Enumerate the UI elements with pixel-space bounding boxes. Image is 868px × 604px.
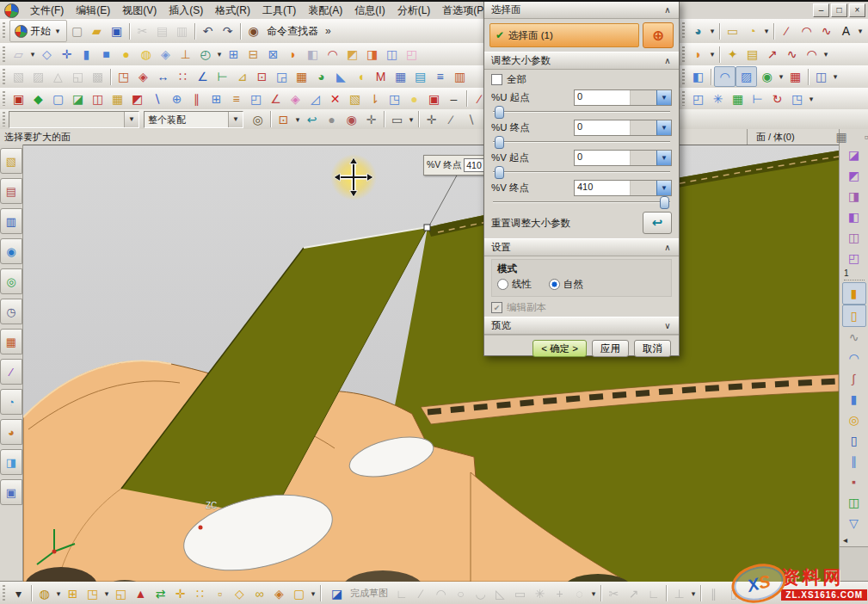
level-check-icon[interactable]: ⊢	[212, 67, 232, 86]
apply-button[interactable]: 应用	[592, 340, 629, 357]
chevron-down-icon[interactable]: ▼	[228, 112, 243, 127]
finish-sketch-icon[interactable]: ◪	[327, 584, 347, 603]
menu-item[interactable]: 分析(L)	[391, 2, 437, 20]
chevron-down-icon[interactable]: ▼	[124, 112, 139, 127]
paste-face-icon[interactable]: ▩	[88, 67, 108, 86]
dropdown-caret-icon[interactable]: ▾	[856, 22, 865, 40]
measure-box-icon[interactable]: ◳	[114, 67, 133, 86]
toolbar-overflow-icon[interactable]: »	[325, 25, 331, 37]
point-list-icon[interactable]: ∷	[173, 67, 193, 86]
slider-thumb[interactable]	[495, 166, 504, 179]
all-checkbox[interactable]: 全部	[491, 72, 672, 87]
measure-diamond-icon[interactable]: ◈	[133, 67, 153, 86]
menu-item[interactable]: 文件(F)	[24, 2, 70, 20]
dropdown-caret-icon[interactable]: ▾	[28, 45, 37, 64]
drag-value-label[interactable]: %V 终点 410	[423, 155, 491, 176]
mirror-assembly-icon[interactable]: ▲	[131, 584, 151, 603]
param-slider[interactable]	[493, 196, 670, 207]
toolbar-grip[interactable]	[3, 22, 5, 40]
restore-icon[interactable]: □	[831, 3, 847, 17]
ruled-surface-icon[interactable]: ◧	[303, 45, 323, 64]
face-blend-icon[interactable]: ◠	[714, 66, 736, 87]
red-frame-icon[interactable]: ▣	[424, 89, 444, 108]
profile-icon[interactable]: ∟	[391, 584, 411, 603]
grid-a-icon[interactable]: ▤	[410, 67, 430, 86]
visual-wand-icon[interactable]: ∕	[0, 359, 22, 385]
datum-csys-icon[interactable]: ✛	[57, 45, 77, 64]
backgrounds-icon[interactable]: ◨	[0, 449, 22, 475]
snap-midpoint-icon[interactable]: ∖	[461, 110, 481, 129]
dropdown-caret-icon[interactable]: ▾	[53, 22, 62, 40]
scene-tool-icon[interactable]: ◔	[0, 389, 22, 415]
sprue-bushing-icon[interactable]: ▯	[843, 430, 865, 451]
bend-table-icon[interactable]: ◧	[688, 67, 708, 86]
grid-pattern-icon[interactable]: ▦	[728, 89, 748, 108]
move-component-icon[interactable]: ◱	[111, 584, 131, 603]
angle-mark-icon[interactable]: ∠	[266, 89, 286, 108]
rectangle-select-icon[interactable]: ▭	[387, 110, 407, 129]
graphics-viewport[interactable]: ZC %V 终点 410	[23, 145, 839, 582]
layer-stack-icon[interactable]: ≡	[226, 89, 246, 108]
pocket-tool-icon[interactable]: ▽	[843, 513, 865, 533]
param-input[interactable]: 0▼	[574, 89, 672, 106]
menu-item[interactable]: 信息(I)	[348, 2, 391, 20]
intersect-icon[interactable]: ⊠	[263, 45, 283, 64]
bookmark-icon[interactable]: ◫	[88, 89, 108, 108]
mold-base-icon[interactable]: ◫	[843, 492, 865, 513]
broom-clean-icon[interactable]: ⇂	[365, 89, 385, 108]
gear-circle-icon[interactable]: ✳	[708, 89, 728, 108]
dash-item-icon[interactable]: ‒	[444, 89, 464, 108]
arrangements-icon[interactable]: ▢	[289, 584, 309, 603]
mirror-face-icon[interactable]: ▨	[28, 67, 48, 86]
internet-info-icon[interactable]: ◉	[0, 238, 22, 264]
small-ball-icon[interactable]: ●	[404, 89, 424, 108]
screw-tool-icon[interactable]: ▮	[842, 282, 866, 305]
polygon-icon[interactable]: ✳	[530, 584, 550, 603]
dropdown-caret-icon[interactable]: ▾	[689, 584, 698, 603]
palette-icon[interactable]: ▦	[108, 89, 127, 108]
param-slider[interactable]	[493, 166, 670, 177]
expand-icon[interactable]: ∨	[661, 321, 674, 330]
vector-angle-icon[interactable]: ∠	[193, 67, 212, 86]
measure-distance-icon[interactable]: ↔	[153, 67, 173, 86]
menu-item[interactable]: 格式(R)	[209, 2, 256, 20]
undo-icon[interactable]: ↶	[198, 22, 218, 40]
section-preview[interactable]: 预览 ∨	[484, 317, 679, 335]
new-file-icon[interactable]: ▢	[67, 22, 87, 40]
parting-curve-icon[interactable]: ◠	[843, 348, 865, 368]
corner-arrow-icon[interactable]: ◿	[305, 89, 325, 108]
section-select-face[interactable]: 选择面 ∧	[484, 1, 679, 19]
param-value[interactable]: 0	[575, 120, 630, 135]
block-icon[interactable]: ■	[96, 45, 116, 64]
pin-marker-icon[interactable]: ◉	[342, 110, 361, 129]
deviation-gauge-icon[interactable]: ◲	[272, 67, 292, 86]
interpart-link-icon[interactable]: ∞	[249, 584, 269, 603]
cut-icon[interactable]: ✂	[132, 22, 152, 40]
sketch-icon[interactable]: ▱	[9, 45, 28, 64]
pattern-box-icon[interactable]: ◰	[688, 89, 708, 108]
find-component-icon[interactable]: ◍	[34, 584, 54, 603]
slider-thumb[interactable]	[495, 136, 504, 149]
param-value[interactable]: 0	[575, 151, 630, 165]
offset-curve-icon[interactable]: ◌	[569, 584, 589, 603]
type-filter-select[interactable]: ▼	[9, 111, 139, 128]
rotate-red-icon[interactable]: ↻	[767, 89, 787, 108]
boss-icon[interactable]: ◍	[136, 45, 156, 64]
param-slider[interactable]	[493, 136, 670, 147]
point-icon[interactable]: +	[550, 584, 569, 603]
assembly-navigator-icon[interactable]: ▧	[0, 148, 22, 174]
pink-fan-icon[interactable]: ◈	[286, 89, 305, 108]
select-target-icon[interactable]: ⊡	[274, 110, 293, 129]
mode-radio-linear[interactable]: 线性	[497, 278, 532, 291]
dropdown-caret-icon[interactable]: ▾	[822, 45, 830, 64]
revolve-icon[interactable]: ◴	[195, 45, 215, 64]
arc-icon[interactable]: ◠	[797, 22, 816, 40]
parallel-lines-icon[interactable]: ∥	[187, 89, 206, 108]
triangle-face-icon[interactable]: △	[48, 67, 68, 86]
red-mesh-icon[interactable]: ▦	[785, 67, 805, 86]
scope-select[interactable]: 整个装配 ▼	[144, 111, 243, 128]
slope-analysis-icon[interactable]: ◣	[331, 67, 351, 86]
web-browser-icon[interactable]: ◎	[0, 268, 22, 294]
slide-tool-icon[interactable]: ∿	[843, 327, 865, 348]
pattern-component-icon[interactable]: ∷	[190, 584, 210, 603]
